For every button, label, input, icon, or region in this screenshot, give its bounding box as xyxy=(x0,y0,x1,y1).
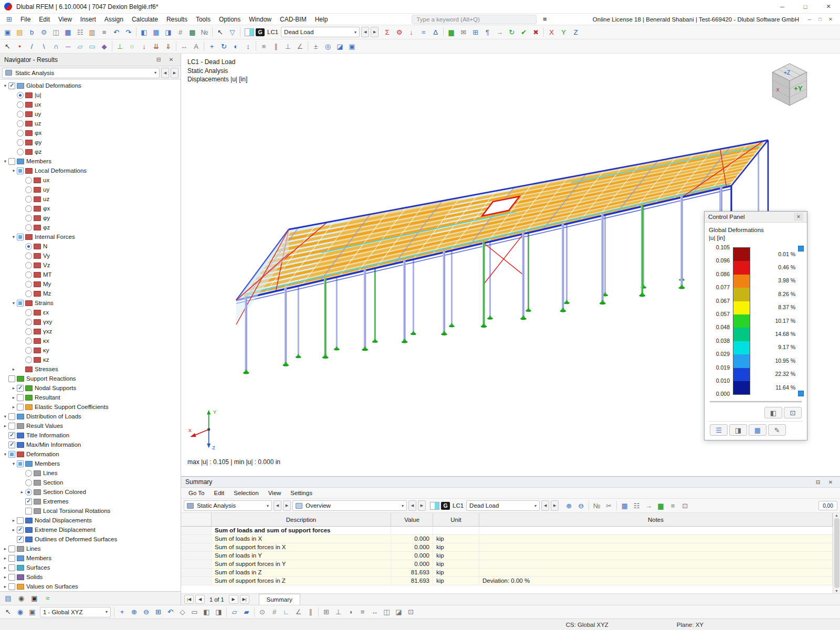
tree-item-x[interactable]: κx xyxy=(1,336,181,345)
scale-icon[interactable]: ↕ xyxy=(242,40,254,52)
tree-checkbox[interactable] xyxy=(8,442,15,448)
previous-analysis-button[interactable]: ◀ xyxy=(161,68,169,78)
tree-item-max-min-information[interactable]: Max/Min Information xyxy=(1,440,181,449)
scale-max-handle[interactable] xyxy=(798,246,804,251)
tree-item-values-on-surfaces[interactable]: ▸Values on Surfaces xyxy=(1,582,181,591)
tree-item-xy[interactable]: γxy xyxy=(1,317,181,327)
tree-radio[interactable] xyxy=(25,309,32,316)
layers-icon[interactable]: ≡ xyxy=(356,606,369,618)
check-model-icon[interactable]: ✔ xyxy=(518,26,530,38)
arc-tool-icon[interactable]: ∩ xyxy=(50,40,62,52)
line-tool-icon[interactable]: / xyxy=(26,40,38,52)
sort-z-icon[interactable]: Z xyxy=(570,26,582,38)
document-close-icon[interactable]: ✕ xyxy=(825,17,836,22)
tree-expander-icon[interactable]: ▸ xyxy=(10,527,17,532)
tree-checkbox[interactable] xyxy=(8,451,15,458)
tree-item-outlines-of-deformed-surfaces[interactable]: Outlines of Deformed Surfaces xyxy=(1,534,181,544)
tree-expander-icon[interactable]: ▸ xyxy=(10,404,17,410)
visibility-toggle-icon[interactable]: ◉ xyxy=(14,606,26,618)
tree-item-n[interactable]: N xyxy=(1,242,181,251)
tree-radio[interactable] xyxy=(25,205,32,212)
navigator-tab-views-icon[interactable]: ▣ xyxy=(28,593,40,604)
nodal-load-icon[interactable]: ↓ xyxy=(138,40,150,52)
tree-checkbox[interactable] xyxy=(17,404,24,411)
tree-radio[interactable] xyxy=(17,92,24,99)
parallel-icon[interactable]: ∥ xyxy=(270,40,282,52)
pager-first-button[interactable]: |◀ xyxy=(184,595,194,604)
menu-insert[interactable]: Insert xyxy=(76,15,100,24)
sort-x-icon[interactable]: X xyxy=(545,26,558,38)
tree-expander-icon[interactable]: ▸ xyxy=(2,423,8,428)
summary-close-icon[interactable]: ✕ xyxy=(825,479,836,485)
tree-expander-icon[interactable]: ▸ xyxy=(19,489,25,495)
table-search-icon[interactable]: ≡ xyxy=(667,500,679,511)
tree-checkbox[interactable] xyxy=(8,423,15,429)
tree-checkbox[interactable] xyxy=(8,375,15,382)
calculation-settings-icon[interactable]: ⚙ xyxy=(393,26,405,38)
tree-item-uy[interactable]: uy xyxy=(1,109,181,119)
tree-item-members[interactable]: ▾Members xyxy=(1,156,181,166)
search-options-icon[interactable]: ≡ xyxy=(539,14,551,25)
snap-node-icon[interactable]: ⊙ xyxy=(256,606,268,618)
panels-toggle-icon[interactable]: ◨ xyxy=(162,26,174,38)
dimension-icon[interactable]: ↔ xyxy=(178,40,190,52)
summary-menu-view[interactable]: View xyxy=(264,489,286,497)
minimize-button[interactable]: ─ xyxy=(771,0,794,13)
tree-item-distribution-of-loads[interactable]: ▾Distribution of Loads xyxy=(1,412,181,421)
table-row-sum-of-support-forces-in-z[interactable]: Sum of support forces in Z81.693kipDevia… xyxy=(181,577,833,585)
clipboard-icon[interactable]: ▥ xyxy=(86,26,98,38)
tree-item-y[interactable]: κy xyxy=(1,345,181,355)
analysis-select[interactable]: Static Analysis ▾ xyxy=(2,68,160,78)
tree-checkbox[interactable] xyxy=(17,234,24,240)
tree-item-z[interactable]: φz xyxy=(1,147,181,156)
text-tool-icon[interactable]: A xyxy=(190,40,202,52)
tree-radio[interactable] xyxy=(17,111,24,118)
scrollbar-thumb[interactable] xyxy=(834,518,839,588)
tree-item-x[interactable]: φx xyxy=(1,128,181,138)
table-row-sum-of-loads-in-x[interactable]: Sum of loads in X0.000kip xyxy=(181,535,833,543)
angle-icon[interactable]: ∠ xyxy=(294,40,306,52)
tree-item-vy[interactable]: Vy xyxy=(1,251,181,260)
export-icon[interactable]: → xyxy=(494,26,506,38)
renumber-icon[interactable]: № xyxy=(198,26,211,38)
node-tool-icon[interactable]: • xyxy=(14,40,26,52)
tree-radio[interactable] xyxy=(25,328,32,335)
edit-mode-icon[interactable]: ↖ xyxy=(2,40,14,52)
tree-item-deformation[interactable]: ▾Deformation xyxy=(1,449,181,459)
tree-item-nodal-displacements[interactable]: ▸Nodal Displacements xyxy=(1,516,181,525)
tree-radio[interactable] xyxy=(25,489,32,496)
model-settings-icon[interactable]: ⚙ xyxy=(38,26,50,38)
axes-toggle-icon[interactable]: ⊥ xyxy=(332,606,344,618)
summary-analysis-next-button[interactable]: ▶ xyxy=(283,500,291,511)
tree-checkbox[interactable] xyxy=(8,564,15,571)
tree-checkbox[interactable] xyxy=(17,300,24,307)
tree-item-elastic-support-coefficients[interactable]: ▸Elastic Support Coefficients xyxy=(1,402,181,412)
render-mode-icon[interactable]: ▣ xyxy=(346,40,358,52)
tree-item-mt[interactable]: MT xyxy=(1,270,181,279)
table-row-sum-of-support-forces-in-y[interactable]: Sum of support forces in Y0.000kip xyxy=(181,560,833,569)
guidelines-icon[interactable]: ∥ xyxy=(304,606,317,618)
tree-item-mz[interactable]: Mz xyxy=(1,289,181,298)
panel-scale-icon[interactable]: ◨ xyxy=(729,424,747,436)
tree-expander-icon[interactable]: ▸ xyxy=(2,555,8,561)
control-panel-close-icon[interactable]: ✕ xyxy=(794,213,803,221)
tree-checkbox[interactable] xyxy=(17,460,24,467)
summary-prev-load-case-button[interactable]: ◀ xyxy=(541,500,549,511)
tree-item-members[interactable]: ▸Members xyxy=(1,553,181,563)
tree-expander-icon[interactable]: ▸ xyxy=(2,565,8,570)
tree-item-strains[interactable]: ▾Strains xyxy=(1,298,181,308)
summary-menu-settings[interactable]: Settings xyxy=(286,489,317,497)
scroll-up-icon[interactable]: ▲ xyxy=(835,513,838,517)
hinge-tool-icon[interactable]: ○ xyxy=(126,40,138,52)
clipping-icon[interactable]: ◪ xyxy=(334,40,346,52)
display-tables-icon[interactable]: ▦ xyxy=(150,26,162,38)
previous-view-icon[interactable]: ↶ xyxy=(164,606,176,618)
add-to-selection-icon[interactable]: ⊕ xyxy=(563,500,575,511)
export-table-icon[interactable]: → xyxy=(643,500,655,511)
summary-analysis-select[interactable]: Static Analysis ▾ xyxy=(184,500,272,511)
tree-item-local-torsional-rotations[interactable]: Local Torsional Rotations xyxy=(1,506,181,516)
menu-cad-bim[interactable]: CAD-BIM xyxy=(276,15,311,24)
member-load-icon[interactable]: ⇊ xyxy=(150,40,162,52)
tree-item-title-information[interactable]: Title Information xyxy=(1,430,181,440)
menu-help[interactable]: Help xyxy=(311,15,332,24)
